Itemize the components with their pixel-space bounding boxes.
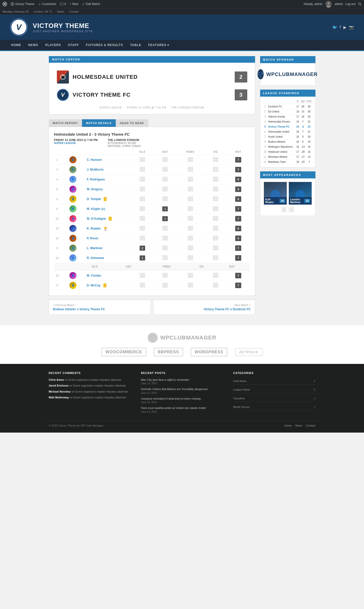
post-link[interactable]: Man City give fans a night to remember <box>141 378 189 381</box>
twitter-link[interactable]: 🐦 <box>332 25 337 30</box>
comment-item: Matt Mullerweg on Event organisers expla… <box>49 396 131 399</box>
nav-item-fixtures---results[interactable]: FIXTURES & RESULTS <box>82 40 127 50</box>
player-link[interactable]: F. Rodrigues <box>87 178 105 181</box>
standings-gd: -15 <box>300 160 306 165</box>
footer-categories: CATEGORIES Club News5League News5Transfe… <box>233 371 315 416</box>
nav-item-staff[interactable]: STAFF <box>65 40 83 50</box>
partner-logo[interactable]: WOOCOMMERCE <box>101 348 146 356</box>
player-avatar: 👤 <box>69 282 76 289</box>
comments-link[interactable]: 0 <box>60 2 66 6</box>
admin-link[interactable]: admin <box>335 2 343 6</box>
standings-row: 2 Ed United 16 15 36 <box>263 109 313 114</box>
post-item: Fans must swallow pride as United eye 'p… <box>141 406 223 413</box>
tab-report[interactable]: MATCH REPORT <box>49 119 82 127</box>
category-link[interactable]: League News <box>233 388 250 392</box>
player-avatar: 👤 <box>69 205 76 212</box>
new-content-link[interactable]: + New <box>69 2 78 6</box>
player-num: 23 <box>54 214 60 224</box>
youtube-link[interactable]: ▶ <box>343 25 346 30</box>
instagram-link[interactable]: 📷 <box>349 25 354 30</box>
nav-item-features--[interactable]: FEATURES ▾ <box>145 40 173 50</box>
player-avatar-cell: 👤 <box>60 281 86 290</box>
wp-logo[interactable]: W <box>3 2 7 6</box>
player-link[interactable]: M. Kügler (c) <box>87 207 105 211</box>
facebook-link[interactable]: f <box>340 25 341 30</box>
standings-played: 17 <box>295 149 300 155</box>
appearance-card[interactable]: 👤 Leandro Martinez 16 <box>289 182 312 205</box>
player-link[interactable]: M. D'Aubigne <box>87 217 106 220</box>
standings-pos: 10 <box>263 149 267 155</box>
player-link[interactable]: M. Conlan <box>87 274 101 277</box>
edit-match-link[interactable]: Edit Match <box>82 2 100 6</box>
previous-match-link[interactable]: < Previous Match Bodium Athletic v Victo… <box>49 300 151 315</box>
comment-author[interactable]: Michael Novotny <box>49 390 71 393</box>
player-link[interactable]: C. Hanson <box>87 158 102 162</box>
victory-crest-letter: V <box>61 92 65 98</box>
player-link[interactable]: D. McCoy <box>87 284 101 287</box>
customize-link[interactable]: Customize <box>38 2 56 6</box>
player-link[interactable]: J. McMorris <box>87 168 104 171</box>
standings-team-name: Holmesdale United <box>267 129 295 134</box>
comment-author[interactable]: Jared Erickson <box>49 384 69 387</box>
standings-gd: -17 <box>300 155 306 160</box>
post-link[interactable]: Liverpool reminded of what they've been … <box>141 397 201 400</box>
post-link[interactable]: Schmidt: Claims that Atletico are 'incre… <box>141 388 208 391</box>
site-logo[interactable]: V <box>10 18 28 36</box>
player-link[interactable]: P. Rossi <box>87 237 98 240</box>
player-link[interactable]: L. Martinez <box>87 246 103 250</box>
appearance-player-name: Leandro Martinez <box>290 198 305 204</box>
home-score: 2 <box>235 71 247 83</box>
tab-h2h[interactable]: HEAD TO HEAD <box>116 119 148 127</box>
next-match-link[interactable]: Next Match > Victory Theme FC v Dunbrick… <box>153 300 255 315</box>
player-avatar-cell: 👤 <box>60 204 86 214</box>
sponsor-logo[interactable]: WPCLUBMANAGER <box>264 67 312 82</box>
appearance-count: 16 <box>279 199 285 203</box>
player-num: 17 <box>54 281 60 290</box>
comment-author[interactable]: Matt Mullerweg <box>49 396 69 399</box>
player-link[interactable]: K. Reader <box>87 227 101 230</box>
category-item: World Soccer1 <box>233 404 315 410</box>
starter-row: 15 👤 K. Reader 🏆 8 <box>54 224 250 234</box>
partner-logo[interactable]: WORDPRESS <box>191 348 227 356</box>
category-link[interactable]: Club News <box>233 379 247 383</box>
category-link[interactable]: World Soccer <box>233 405 250 409</box>
comment-author[interactable]: Chris Ames <box>49 378 64 381</box>
standings-played: 17 <box>295 104 300 109</box>
partner-logo[interactable]: BBPRESS <box>154 348 183 356</box>
footer-bottom-link[interactable]: News <box>295 424 302 427</box>
nav-item-table[interactable]: TABLE <box>127 40 145 50</box>
standings-team-col <box>267 99 295 104</box>
post-link[interactable]: Fans must swallow pride as United eye 'p… <box>141 406 206 409</box>
contact-link[interactable]: Contact <box>69 10 79 13</box>
footer-bottom-link[interactable]: Home <box>285 424 292 427</box>
search-icon[interactable] <box>358 2 361 6</box>
nav-item-news[interactable]: NEWS <box>25 40 42 50</box>
footer-recent-posts: RECENT POSTS Man City give fans a night … <box>141 371 223 416</box>
user-avatar-icon <box>325 1 332 8</box>
tab-details[interactable]: MATCH DETAILS <box>82 119 116 127</box>
standings-pos: 6 <box>263 129 267 134</box>
nav-item-players[interactable]: PLAYERS <box>42 40 65 50</box>
player-link[interactable]: R. Almanzar <box>87 256 104 260</box>
player-avatar-cell: 👤 <box>60 224 86 234</box>
partner-logo[interactable]: JETPACK <box>235 348 263 356</box>
footer-comments-list: Chris Ames on Event organisers explain H… <box>49 378 131 400</box>
footer-bottom-link[interactable]: Contact <box>306 424 315 427</box>
site-name-link[interactable]: Victory Theme <box>11 2 34 6</box>
appearances-next-btn[interactable]: › <box>289 207 294 212</box>
nav-item-home[interactable]: HOME <box>8 40 25 50</box>
player-link[interactable]: D. Temple <box>87 197 101 201</box>
logout-link[interactable]: Log out <box>345 2 355 6</box>
player-avatar: 👤 <box>69 166 76 173</box>
standings-pos: 7 <box>263 134 267 139</box>
player-link[interactable]: M. Gregory <box>87 187 103 191</box>
player-name-cell: R. Almanzar <box>86 253 131 263</box>
appearances-prev-btn[interactable]: ‹ <box>281 207 287 212</box>
starter-row: 5 👤 D. Temple 6 <box>54 194 250 204</box>
category-link[interactable]: Transfers <box>233 397 245 400</box>
match-details-date: FRIDAY 13 JUNE 2014 @ 7:45 PM <box>54 138 98 141</box>
appearance-card[interactable]: 👤 Kyle Reader 16 <box>264 182 287 205</box>
comment-icon <box>60 3 63 6</box>
subs-header: GLS AST PENS OG RAT <box>54 263 250 271</box>
news-link[interactable]: News <box>57 10 64 13</box>
